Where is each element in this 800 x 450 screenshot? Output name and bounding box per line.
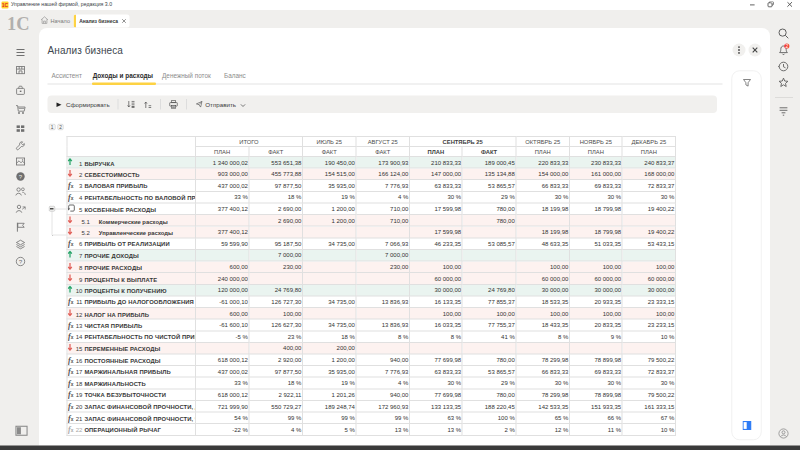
svg-text:1С: 1С [7, 14, 30, 34]
svg-text:2: 2 [785, 43, 788, 49]
svg-text:?: ? [19, 258, 23, 265]
